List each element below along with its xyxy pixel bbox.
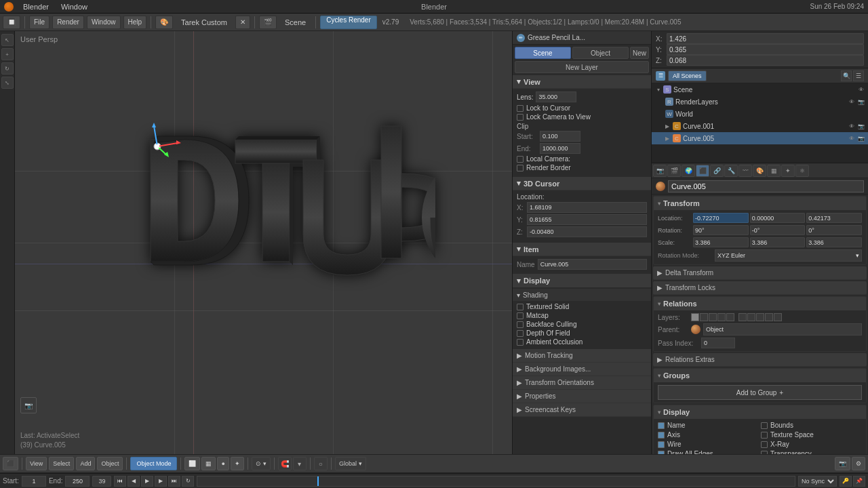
render-engine-btn[interactable]: Cycles Render (320, 16, 377, 29)
layer-box-7[interactable] (747, 313, 755, 321)
loc-z-input[interactable] (806, 213, 862, 223)
transform-locks-section[interactable]: ▶ Transform Locks (653, 281, 867, 295)
scene-eye-icon[interactable]: 👁 (857, 85, 865, 94)
workspace-icons[interactable]: 🎨 (155, 16, 173, 29)
window-menu[interactable]: Window (87, 16, 121, 29)
solid-shading-btn[interactable]: ⬜ (184, 457, 200, 470)
menu-blender[interactable]: Blender (20, 3, 52, 11)
tl-end-input[interactable] (65, 476, 90, 487)
scale-y-input[interactable] (750, 237, 806, 247)
layer-box-9[interactable] (765, 313, 773, 321)
tl-jump-end[interactable]: ⏭ (168, 476, 180, 487)
screencast-keys-section[interactable]: ▶ Screencast Keys (513, 403, 651, 417)
layer-box-1[interactable] (691, 313, 699, 321)
render-shading-btn[interactable]: ✦ (231, 457, 244, 470)
layer-box-3[interactable] (709, 313, 717, 321)
gp-object-tab[interactable]: Object (572, 47, 629, 59)
lock-cursor-cb[interactable] (517, 105, 524, 112)
rot-y-input[interactable] (750, 225, 806, 235)
cursor-section-header[interactable]: ▾ 3D Cursor (513, 177, 651, 190)
tl-jump-start[interactable]: ⏮ (114, 476, 126, 487)
relations-extras-section[interactable]: ▶ Relations Extras (653, 353, 867, 367)
rl-eye-icon[interactable]: 👁 (848, 98, 856, 106)
loc-x-input[interactable] (693, 213, 749, 223)
coord-x-input[interactable] (667, 33, 864, 44)
outliner-filter-btn[interactable]: ☰ (853, 70, 864, 81)
loc-y-input[interactable] (750, 213, 806, 223)
display-transparency-cb[interactable] (761, 451, 768, 455)
display-name-cb[interactable] (658, 422, 665, 429)
c005-render-icon[interactable]: 📷 (857, 134, 865, 142)
layer-box-10[interactable] (774, 313, 782, 321)
tool-select[interactable]: ↖ (1, 34, 14, 46)
prop-tab-physics[interactable]: ⚛ (795, 165, 809, 177)
wire-shading-btn[interactable]: ▦ (201, 457, 216, 470)
tool-rotate[interactable]: ↻ (1, 62, 14, 75)
rot-x-input[interactable] (693, 225, 749, 235)
add-btn[interactable]: Add (76, 457, 95, 470)
view-layers-btn[interactable]: 🔲 (3, 16, 20, 29)
viewport-settings-btn[interactable]: ⚙ (852, 457, 865, 470)
ao-cb[interactable] (517, 339, 524, 346)
prop-tab-modifiers[interactable]: 🔧 (724, 165, 738, 177)
viewport-camera-btn[interactable]: 📷 (835, 457, 850, 470)
workspace-close[interactable]: ✕ (235, 16, 250, 29)
prop-tab-texture[interactable]: ▦ (767, 165, 781, 177)
scale-x-input[interactable] (693, 237, 749, 247)
properties-section[interactable]: ▶ Properties (513, 390, 651, 403)
gp-new-btn[interactable]: New (630, 47, 649, 59)
outliner-item-world[interactable]: W World (652, 108, 868, 120)
prop-tab-data[interactable]: 〰 (738, 165, 752, 177)
object-mode-btn[interactable]: Object Mode (130, 457, 177, 470)
tl-loop[interactable]: ↻ (182, 476, 194, 487)
shading-section-header[interactable]: ▾ Shading (513, 289, 651, 301)
view-section-header[interactable]: ▾ View (513, 75, 651, 89)
blender-logo-icon[interactable] (4, 2, 14, 12)
backface-cb[interactable] (517, 321, 524, 328)
transform-section-header[interactable]: ▾ Transform (654, 197, 866, 210)
parent-dropdown[interactable]: Object (703, 323, 862, 336)
rot-z-input[interactable] (806, 225, 862, 235)
prop-tab-material[interactable]: 🎨 (753, 165, 766, 177)
layer-box-4[interactable] (717, 313, 726, 321)
outliner-item-curve005[interactable]: ▶ C Curve.005 👁 📷 (652, 132, 868, 144)
scale-z-input[interactable] (806, 237, 862, 247)
coord-y-input[interactable] (667, 44, 864, 55)
object-btn[interactable]: Object (97, 457, 123, 470)
rotation-mode-dropdown[interactable]: XYZ Euler ▾ (715, 249, 862, 262)
prop-tab-particles[interactable]: ✦ (781, 165, 795, 177)
prop-tab-object[interactable]: ⬛ (696, 165, 709, 177)
add-to-group-btn[interactable]: Add to Group + (658, 385, 862, 400)
tl-prev-frame[interactable]: ◀ (127, 476, 140, 487)
tool-scale[interactable]: ⤡ (1, 77, 14, 89)
prop-tab-world[interactable]: 🌍 (682, 165, 695, 177)
viewport-type-btn[interactable]: ⬛ (3, 457, 18, 470)
sync-dropdown[interactable]: No Sync (798, 476, 837, 487)
snap-toggle[interactable]: 🧲 (278, 457, 292, 470)
outliner-item-scene[interactable]: ▾ S Scene 👁 (652, 83, 868, 96)
clip-start-input[interactable] (540, 131, 580, 142)
pass-index-input[interactable] (701, 338, 735, 348)
textured-solid-cb[interactable] (517, 304, 524, 310)
coord-z-input[interactable] (667, 55, 864, 66)
object-name-field[interactable] (668, 180, 864, 192)
transform-orient-section[interactable]: ▶ Transform Orientations (513, 376, 651, 390)
clip-end-input[interactable] (540, 143, 580, 154)
material-shading-btn[interactable]: ● (217, 457, 229, 470)
display-xray-cb[interactable] (761, 441, 768, 448)
layer-box-6[interactable] (738, 313, 747, 321)
menu-window[interactable]: Window (58, 3, 90, 11)
c001-eye-icon[interactable]: 👁 (848, 122, 856, 130)
dof-cb[interactable] (517, 330, 524, 337)
scene-icon[interactable]: 🎬 (259, 16, 277, 29)
bg-images-section[interactable]: ▶ Background Images... (513, 363, 651, 376)
lock-camera-cb[interactable] (517, 114, 524, 121)
pivot-dropdown[interactable]: ⊙ ▾ (252, 457, 271, 470)
prop-tab-constraints[interactable]: 🔗 (710, 165, 724, 177)
display-wire-cb[interactable] (658, 441, 665, 448)
tl-current-frame[interactable]: 39 (92, 476, 111, 487)
render-menu[interactable]: Render (52, 16, 84, 29)
delta-transform-section[interactable]: ▶ Delta Transform (653, 266, 867, 280)
tl-start-input[interactable] (22, 476, 46, 487)
cursor-z-input[interactable] (527, 226, 647, 237)
